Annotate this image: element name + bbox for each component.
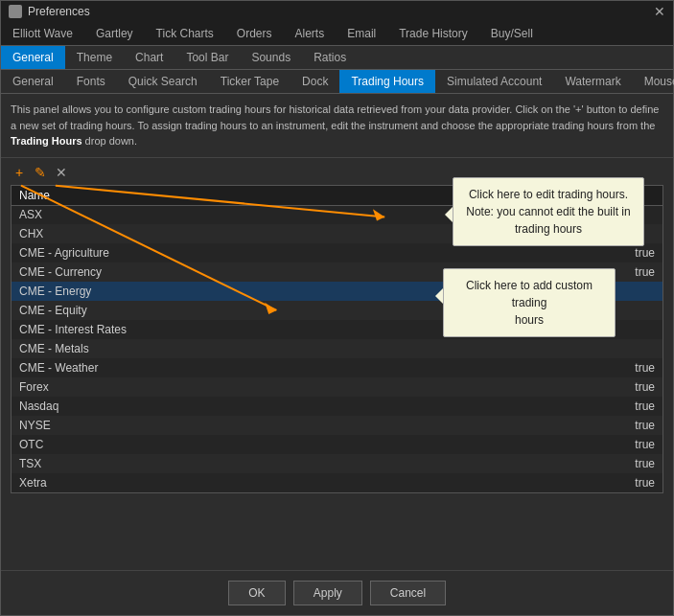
tab-gartley[interactable]: Gartley xyxy=(84,22,145,45)
col-builtin xyxy=(605,186,662,206)
row-name: CME - Equity xyxy=(12,301,605,320)
row-name: CME - Currency xyxy=(12,262,605,282)
row-name: CME - Interest Rates xyxy=(12,320,605,339)
tab-buysell[interactable]: Buy/Sell xyxy=(479,22,545,45)
tab-simulated-account[interactable]: Simulated Account xyxy=(435,70,553,93)
row-builtin xyxy=(605,224,662,243)
tab-trading-hours[interactable]: Trading Hours xyxy=(339,70,435,93)
row-name: ASX xyxy=(12,205,605,224)
row-builtin: true xyxy=(605,243,662,262)
tab-orders[interactable]: Orders xyxy=(225,22,284,45)
table-row[interactable]: CME - Agriculturetrue xyxy=(12,243,662,262)
app-icon xyxy=(9,5,22,18)
tab-general[interactable]: General xyxy=(1,46,65,69)
row-name: Nasdaq xyxy=(12,397,605,416)
row-name: CME - Agriculture xyxy=(12,243,605,262)
close-button[interactable]: ✕ xyxy=(654,4,665,19)
table-toolbar: + ✎ ✕ xyxy=(11,164,663,181)
table-row[interactable]: CME - Currencytrue xyxy=(12,262,662,282)
row-builtin: true xyxy=(605,473,662,492)
tab-quick-search[interactable]: Quick Search xyxy=(117,70,209,93)
row-name: CME - Metals xyxy=(12,339,605,358)
primary-tab-row: Elliott Wave Gartley Tick Charts Orders … xyxy=(1,22,673,46)
row-name: NYSE xyxy=(12,416,605,435)
tertiary-tab-row: General Fonts Quick Search Ticker Tape D… xyxy=(1,70,673,94)
tab-dock[interactable]: Dock xyxy=(291,70,339,93)
row-name: CME - Energy xyxy=(12,282,605,301)
edit-button[interactable]: ✎ xyxy=(32,164,49,181)
delete-button[interactable]: ✕ xyxy=(53,164,70,181)
tab-alerts[interactable]: Alerts xyxy=(284,22,337,45)
tab-toolbar[interactable]: Tool Bar xyxy=(174,46,240,69)
tab-theme[interactable]: Theme xyxy=(65,46,124,69)
tab-sounds[interactable]: Sounds xyxy=(240,46,302,69)
row-builtin: true xyxy=(605,454,662,473)
table-row[interactable]: CME - Metals xyxy=(12,339,662,358)
row-builtin: true xyxy=(605,262,662,282)
tab-tick-charts[interactable]: Tick Charts xyxy=(145,22,225,45)
row-name: TSX xyxy=(12,454,605,473)
tab-chart[interactable]: Chart xyxy=(124,46,174,69)
table-row[interactable]: CME - Interest Rates xyxy=(12,320,662,339)
tab-trade-history[interactable]: Trade History xyxy=(387,22,479,45)
row-builtin xyxy=(605,205,662,224)
footer: OK Apply Cancel xyxy=(1,570,673,615)
tab-fonts[interactable]: Fonts xyxy=(65,70,117,93)
table-row[interactable]: CHX xyxy=(12,224,662,243)
row-builtin xyxy=(605,301,662,320)
row-name: Xetra xyxy=(12,473,605,492)
table-row[interactable]: Xetratrue xyxy=(12,473,662,492)
row-builtin: true xyxy=(605,397,662,416)
row-builtin xyxy=(605,339,662,358)
window-title: Preferences xyxy=(28,5,90,18)
row-name: CME - Weather xyxy=(12,358,605,377)
table-row[interactable]: NYSEtrue xyxy=(12,416,662,435)
row-name: CHX xyxy=(12,224,605,243)
tab-ticker-tape[interactable]: Ticker Tape xyxy=(209,70,291,93)
title-bar: Preferences ✕ xyxy=(1,1,673,22)
row-builtin: true xyxy=(605,435,662,454)
col-name: Name xyxy=(12,186,605,206)
table-row[interactable]: TSXtrue xyxy=(12,454,662,473)
tab-general2[interactable]: General xyxy=(1,70,65,93)
table-row[interactable]: CME - Equity xyxy=(12,301,662,320)
content-area: + ✎ ✕ Name ASXCHXCME - AgriculturetrueCM… xyxy=(1,158,673,571)
row-builtin xyxy=(605,282,662,301)
tab-elliott-wave[interactable]: Elliott Wave xyxy=(1,22,84,45)
table-row[interactable]: Forextrue xyxy=(12,377,662,397)
description-bold: Trading Hours xyxy=(11,135,82,147)
tab-email[interactable]: Email xyxy=(336,22,387,45)
row-builtin xyxy=(605,320,662,339)
cancel-button[interactable]: Cancel xyxy=(370,581,446,605)
table-row[interactable]: CME - Weathertrue xyxy=(12,358,662,377)
preferences-window: Preferences ✕ Elliott Wave Gartley Tick … xyxy=(0,0,674,616)
tab-watermark[interactable]: Watermark xyxy=(553,70,632,93)
tab-ratios[interactable]: Ratios xyxy=(302,46,358,69)
trading-hours-table[interactable]: Name ASXCHXCME - AgriculturetrueCME - Cu… xyxy=(11,185,663,494)
row-name: OTC xyxy=(12,435,605,454)
ok-button[interactable]: OK xyxy=(228,581,286,605)
description-text: This panel allows you to configure custo… xyxy=(1,94,673,158)
tab-mouse[interactable]: Mouse xyxy=(633,70,674,93)
add-button[interactable]: + xyxy=(11,164,28,181)
row-builtin: true xyxy=(605,416,662,435)
table-row[interactable]: OTCtrue xyxy=(12,435,662,454)
table-row[interactable]: Nasdaqtrue xyxy=(12,397,662,416)
row-builtin: true xyxy=(605,358,662,377)
table-row[interactable]: CME - Energy xyxy=(12,282,662,301)
secondary-tab-row: General Theme Chart Tool Bar Sounds Rati… xyxy=(1,46,673,70)
apply-button[interactable]: Apply xyxy=(293,581,362,605)
row-name: Forex xyxy=(12,377,605,397)
table-row[interactable]: ASX xyxy=(12,205,662,224)
row-builtin: true xyxy=(605,377,662,397)
